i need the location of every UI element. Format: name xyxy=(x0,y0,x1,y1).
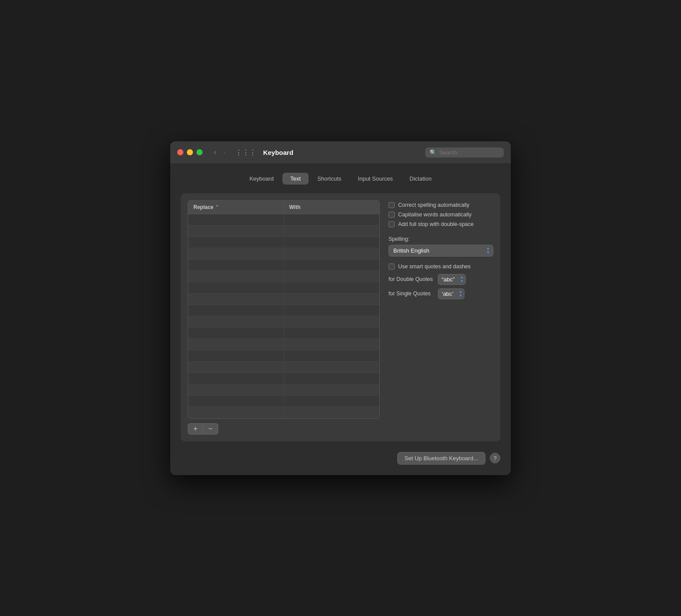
table-row[interactable] xyxy=(188,260,379,271)
with-cell xyxy=(284,237,380,248)
search-input[interactable] xyxy=(439,149,499,156)
tab-text[interactable]: Text xyxy=(282,173,309,185)
table-row[interactable] xyxy=(188,328,379,339)
full-stop-checkbox[interactable] xyxy=(389,221,395,227)
table-row[interactable] xyxy=(188,339,379,350)
titlebar: ‹ › ⋮⋮⋮ Keyboard 🔍 xyxy=(170,141,511,164)
table-header: Replace ⌃ With xyxy=(188,201,379,214)
spelling-select[interactable]: British English xyxy=(389,245,493,257)
traffic-lights xyxy=(177,149,203,155)
replace-cell xyxy=(188,271,284,282)
with-cell xyxy=(284,260,380,270)
correct-spelling-row: Correct spelling automatically xyxy=(389,202,493,208)
replace-cell xyxy=(188,282,284,293)
search-bar[interactable]: 🔍 xyxy=(425,147,504,157)
replace-cell xyxy=(188,260,284,270)
with-cell xyxy=(284,339,380,350)
with-cell xyxy=(284,362,380,373)
with-cell xyxy=(284,396,380,407)
with-cell xyxy=(284,373,380,384)
window-title: Keyboard xyxy=(263,149,420,156)
smart-quotes-label: Use smart quotes and dashes xyxy=(398,264,471,270)
replace-cell xyxy=(188,362,284,373)
single-quotes-row: for Single Quotes ‘abc’ ▲ ▼ xyxy=(389,288,493,299)
sort-arrow-icon: ⌃ xyxy=(215,205,219,209)
single-quotes-label: for Single Quotes xyxy=(389,291,434,297)
spelling-section: Spelling: British English ▲ ▼ xyxy=(389,236,493,257)
replace-with-table: Replace ⌃ With xyxy=(188,200,380,419)
with-cell xyxy=(284,350,380,361)
smart-quotes-row: Use smart quotes and dashes xyxy=(389,264,493,270)
remove-entry-button[interactable]: − xyxy=(203,423,218,435)
main-panel: Replace ⌃ With xyxy=(181,193,500,441)
capitalise-words-label: Capitalise words automatically xyxy=(398,212,471,218)
add-entry-button[interactable]: + xyxy=(188,423,203,435)
bluetooth-keyboard-button[interactable]: Set Up Bluetooth Keyboard... xyxy=(397,452,485,465)
correct-spelling-label: Correct spelling automatically xyxy=(398,202,469,208)
replace-cell xyxy=(188,328,284,339)
nav-buttons: ‹ › xyxy=(211,147,228,157)
with-cell xyxy=(284,248,380,259)
full-stop-label: Add full stop with double-space xyxy=(398,221,474,227)
table-row[interactable] xyxy=(188,362,379,373)
smart-quotes-section: Use smart quotes and dashes for Double Q… xyxy=(389,264,493,299)
table-row[interactable] xyxy=(188,214,379,226)
with-cell xyxy=(284,282,380,293)
spelling-select-wrapper: British English ▲ ▼ xyxy=(389,245,493,257)
single-quotes-select[interactable]: ‘abc’ xyxy=(438,288,464,299)
table-row[interactable] xyxy=(188,248,379,260)
table-row[interactable] xyxy=(188,373,379,384)
with-cell xyxy=(284,305,380,316)
quotes-selects: for Double Quotes “abc” ▲ ▼ xyxy=(389,274,493,299)
replace-column-header: Replace ⌃ xyxy=(188,201,284,214)
replace-cell xyxy=(188,294,284,305)
back-button[interactable]: ‹ xyxy=(211,147,219,157)
replace-cell xyxy=(188,396,284,407)
double-quotes-label: for Double Quotes xyxy=(389,276,434,282)
tab-shortcuts[interactable]: Shortcuts xyxy=(310,173,349,185)
spelling-label: Spelling: xyxy=(389,236,493,242)
table-section: Replace ⌃ With xyxy=(188,200,380,435)
forward-button[interactable]: › xyxy=(220,147,228,157)
table-row[interactable] xyxy=(188,271,379,282)
with-cell xyxy=(284,384,380,395)
correct-spelling-checkbox[interactable] xyxy=(389,202,395,208)
table-row[interactable] xyxy=(188,226,379,237)
table-row[interactable] xyxy=(188,407,379,418)
with-cell xyxy=(284,214,380,225)
with-cell xyxy=(284,271,380,282)
replace-cell xyxy=(188,339,284,350)
with-cell xyxy=(284,328,380,339)
tab-keyboard[interactable]: Keyboard xyxy=(241,173,282,185)
grid-icon: ⋮⋮⋮ xyxy=(235,148,256,157)
table-row[interactable] xyxy=(188,305,379,316)
double-quotes-select[interactable]: “abc” xyxy=(438,274,466,285)
tab-input-sources[interactable]: Input Sources xyxy=(350,173,401,185)
replace-cell xyxy=(188,350,284,361)
capitalise-words-checkbox[interactable] xyxy=(389,212,395,218)
replace-cell xyxy=(188,316,284,327)
search-icon: 🔍 xyxy=(430,149,437,156)
single-quotes-select-wrapper: ‘abc’ ▲ ▼ xyxy=(438,288,464,299)
table-actions: + − xyxy=(188,423,380,435)
table-row[interactable] xyxy=(188,384,379,396)
help-button[interactable]: ? xyxy=(490,453,500,463)
table-row[interactable] xyxy=(188,282,379,294)
minimize-button[interactable] xyxy=(187,149,193,155)
close-button[interactable] xyxy=(177,149,183,155)
tab-dictation[interactable]: Dictation xyxy=(402,173,440,185)
maximize-button[interactable] xyxy=(196,149,203,155)
smart-quotes-checkbox[interactable] xyxy=(389,264,395,270)
footer: Set Up Bluetooth Keyboard... ? xyxy=(181,450,500,465)
table-row[interactable] xyxy=(188,350,379,362)
table-row[interactable] xyxy=(188,237,379,248)
with-column-header: With xyxy=(284,201,380,214)
replace-cell xyxy=(188,384,284,395)
table-row[interactable] xyxy=(188,294,379,305)
replace-cell xyxy=(188,248,284,259)
with-cell xyxy=(284,407,380,418)
table-row[interactable] xyxy=(188,316,379,328)
settings-section: Correct spelling automatically Capitalis… xyxy=(389,200,493,435)
replace-cell xyxy=(188,407,284,418)
table-row[interactable] xyxy=(188,396,379,407)
